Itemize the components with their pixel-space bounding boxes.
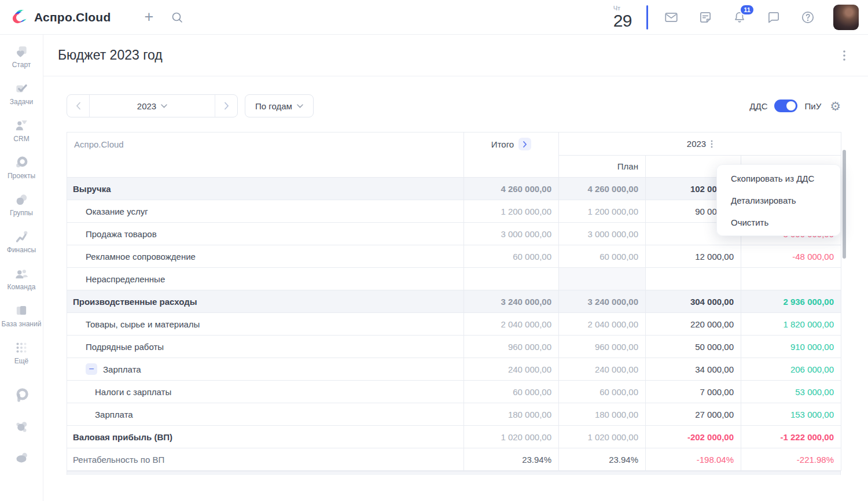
pinned-app-icon[interactable] — [14, 388, 30, 403]
row-label-cell: −Зарплата — [67, 358, 464, 381]
sidebar-item-tasks[interactable]: Задачи — [1, 81, 42, 106]
total-cell[interactable]: 180 000,00 — [464, 403, 559, 426]
diff-cell[interactable]: 206 000,00 — [741, 358, 841, 381]
diff-cell[interactable]: 153 000,00 — [741, 403, 841, 426]
diff-cell[interactable]: 1 820 000,00 — [741, 313, 841, 336]
plan-cell[interactable]: 3 000 000,00 — [559, 223, 646, 245]
table-row: −Зарплата240 000,00240 000,0034 000,0020… — [67, 358, 841, 381]
toggle-knob — [786, 101, 796, 110]
sidebar-item-label: Проекты — [8, 172, 35, 180]
sidebar-item-groups[interactable]: Группы — [1, 192, 42, 218]
plan-cell[interactable]: 1 020 000,00 — [559, 426, 646, 448]
year-menu-kebab-icon[interactable] — [711, 140, 713, 148]
row-label: Товары, сырье и материалы — [86, 319, 200, 329]
plan-cell[interactable]: 960 000,00 — [559, 336, 646, 358]
fact-cell[interactable]: 12 000,00 — [646, 245, 741, 268]
plan-cell[interactable]: 60 000,00 — [559, 245, 646, 268]
help-button[interactable] — [799, 9, 816, 26]
page-menu-kebab-icon[interactable] — [838, 49, 851, 62]
home-link[interactable]: Аспро.Cloud — [12, 9, 111, 26]
header-divider — [646, 5, 648, 30]
total-cell[interactable]: 60 000,00 — [464, 381, 559, 403]
topbar: Аспро.Cloud + Чт 29 11 — [0, 0, 868, 35]
context-menu-item[interactable]: Скопировать из ДДС — [716, 167, 841, 189]
table-scrollbar[interactable] — [843, 150, 846, 259]
fact-cell[interactable]: 50 000,00 — [646, 336, 741, 358]
sidebar-item-more[interactable]: Ещё — [1, 340, 42, 366]
prev-year-button[interactable] — [67, 95, 90, 117]
fact-cell[interactable]: -202 000,00 — [646, 426, 741, 448]
fact-cell[interactable]: 220 000,00 — [646, 313, 741, 336]
chat-button[interactable] — [765, 9, 782, 26]
notes-button[interactable] — [697, 9, 714, 26]
total-cell[interactable]: 1 200 000,00 — [464, 200, 559, 223]
plan-cell[interactable]: 3 240 000,00 — [559, 290, 646, 313]
sidebar-item-projects[interactable]: Проекты — [1, 155, 42, 180]
plan-cell[interactable]: 4 260 000,00 — [559, 178, 646, 200]
plan-cell[interactable]: 1 200 000,00 — [559, 200, 646, 223]
diff-cell[interactable]: 2 936 000,00 — [741, 290, 841, 313]
mail-button[interactable] — [663, 9, 680, 26]
plan-cell[interactable]: 60 000,00 — [559, 381, 646, 403]
sidebar-item-start[interactable]: Старт — [1, 44, 42, 69]
table-row: Валовая прибыль (ВП)1 020 000,001 020 00… — [67, 426, 841, 448]
notifications-button[interactable]: 11 — [731, 9, 748, 26]
fact-cell[interactable]: 7 000,00 — [646, 381, 741, 403]
total-cell[interactable]: 1 020 000,00 — [464, 426, 559, 448]
total-cell[interactable]: 60 000,00 — [464, 245, 559, 268]
settings-gear-icon[interactable]: ⚙ — [830, 100, 841, 112]
chevron-down-icon — [161, 104, 167, 108]
diff-cell[interactable] — [741, 268, 841, 290]
mail-icon — [664, 10, 679, 25]
context-menu-item[interactable]: Очистить — [716, 211, 841, 233]
fact-cell[interactable] — [646, 268, 741, 290]
year-select[interactable]: 2023 — [90, 95, 215, 117]
plan-cell[interactable]: 23.94% — [559, 448, 646, 471]
pinned-app-icon[interactable] — [14, 450, 30, 466]
fact-cell[interactable]: 34 000,00 — [646, 358, 741, 381]
sidebar-item-label: Финансы — [7, 246, 36, 255]
plan-cell[interactable]: 240 000,00 — [559, 358, 646, 381]
sidebar-item-finance[interactable]: Финансы — [1, 229, 42, 255]
search-button[interactable] — [168, 9, 186, 26]
diff-cell[interactable]: -221.98% — [741, 448, 841, 471]
table-row: Налоги с зарплаты60 000,0060 000,007 000… — [67, 381, 841, 403]
total-cell[interactable]: 4 260 000,00 — [464, 178, 559, 200]
expand-total-button[interactable] — [518, 138, 531, 150]
total-cell[interactable]: 2 040 000,00 — [464, 313, 559, 336]
controls-row: 2023 По годам ДДС ПиУ ⚙ — [67, 94, 841, 117]
total-cell[interactable]: 23.94% — [464, 448, 559, 471]
finance-icon — [14, 229, 29, 244]
avatar[interactable] — [833, 5, 859, 30]
next-year-button[interactable] — [215, 95, 237, 117]
diff-cell[interactable]: -1 222 000,00 — [741, 426, 841, 448]
period-mode-select[interactable]: По годам — [245, 94, 314, 117]
total-cell[interactable]: 3 000 000,00 — [464, 223, 559, 245]
fact-cell[interactable]: 27 000,00 — [646, 403, 741, 426]
diff-cell[interactable]: -48 000,00 — [741, 245, 841, 268]
fact-cell[interactable]: 304 000,00 — [646, 290, 741, 313]
dds-piu-toggle[interactable] — [774, 100, 797, 112]
diff-cell[interactable]: 910 000,00 — [741, 336, 841, 358]
total-cell[interactable]: 960 000,00 — [464, 336, 559, 358]
notification-badge: 11 — [740, 4, 755, 16]
pinned-app-icon[interactable] — [14, 419, 30, 434]
sidebar-item-team[interactable]: Команда — [1, 266, 42, 292]
fact-cell[interactable]: -198.04% — [646, 448, 741, 471]
collapse-row-button[interactable]: − — [86, 363, 97, 375]
total-cell[interactable] — [464, 268, 559, 290]
total-cell[interactable]: 240 000,00 — [464, 358, 559, 381]
plan-cell[interactable]: 180 000,00 — [559, 403, 646, 426]
table-row: Нераспределенные — [67, 268, 841, 290]
create-plus-button[interactable]: + — [144, 9, 153, 25]
crm-icon — [14, 118, 29, 133]
context-menu-item[interactable]: Детализировать — [716, 189, 841, 211]
sidebar-item-kb[interactable]: База знаний — [1, 303, 42, 329]
sidebar-item-crm[interactable]: CRM — [1, 118, 42, 143]
row-label: Валовая прибыль (ВП) — [73, 432, 172, 442]
total-cell[interactable]: 3 240 000,00 — [464, 290, 559, 313]
calendar-date[interactable]: Чт 29 — [613, 5, 632, 30]
plan-cell[interactable] — [559, 268, 646, 290]
plan-cell[interactable]: 2 040 000,00 — [559, 313, 646, 336]
diff-cell[interactable]: 53 000,00 — [741, 381, 841, 403]
